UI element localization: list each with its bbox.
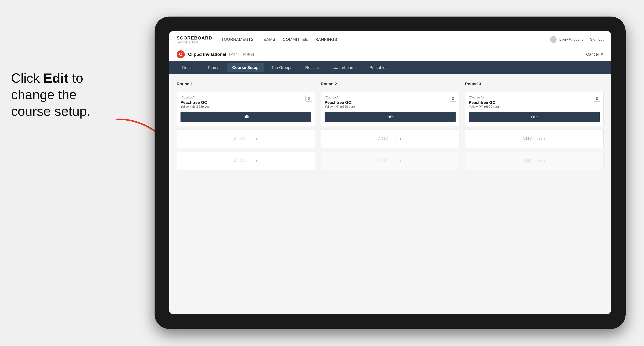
cancel-button[interactable]: Cancel ✕ [586, 52, 604, 57]
round-2-add-course-1-label: Add Course [378, 137, 398, 141]
tournament-header: C Clippd Invitational (Men) Hosting Canc… [169, 48, 611, 61]
tab-leaderboards[interactable]: Leaderboards [326, 63, 362, 72]
sign-in-separator: | [586, 37, 587, 41]
round-1-edit-button[interactable]: Edit [180, 112, 311, 122]
tournament-gender: (Men) [229, 52, 239, 56]
round-2-add-course-1-plus-icon: + [399, 136, 402, 142]
round-2-column: Round 2 🗑 (Course A) Peachtree GC Yellow… [321, 82, 459, 170]
round-1-course-tee: Yellow (M) (6629 yds) [180, 105, 311, 109]
cancel-icon: ✕ [600, 52, 604, 57]
nav-links: TOURNAMENTS TEAMS COMMITTEE RANKINGS [221, 37, 550, 42]
tab-teams[interactable]: Teams [202, 63, 225, 72]
round-3-add-course-2-plus-icon: + [543, 158, 546, 164]
round-1-add-course-1[interactable]: Add Course + [177, 130, 315, 148]
round-1-title: Round 1 [177, 82, 315, 86]
user-avatar [550, 36, 556, 43]
scoreboard-logo: SCOREBOARD Powered by clippd [177, 35, 212, 43]
round-3-edit-button[interactable]: Edit [469, 112, 600, 122]
round-3-course-tee: Yellow (M) (6629 yds) [469, 105, 600, 109]
round-2-course-name: Peachtree GC [324, 100, 456, 105]
tab-tee-groups[interactable]: Tee Groups [266, 63, 298, 72]
round-3-delete-button[interactable]: 🗑 [594, 95, 600, 102]
cancel-label: Cancel [586, 52, 599, 57]
main-content: Round 1 🗑 (Course A) Peachtree GC Yellow… [169, 74, 611, 314]
nav-user: blair@clippd.io | Sign out [550, 36, 604, 43]
instruction-text: Click Edit to change the course setup. [11, 70, 90, 119]
rounds-container: Round 1 🗑 (Course A) Peachtree GC Yellow… [177, 82, 604, 170]
tablet-frame: SCOREBOARD Powered by clippd TOURNAMENTS… [154, 16, 626, 329]
round-2-course-tee: Yellow (M) (6629 yds) [324, 105, 456, 109]
nav-teams[interactable]: TEAMS [261, 37, 275, 42]
round-2-edit-button[interactable]: Edit [324, 112, 456, 122]
round-2-add-course-2-label: Add Course [378, 159, 398, 163]
round-3-course-label: (Course A) [469, 96, 600, 99]
round-1-course-card: 🗑 (Course A) Peachtree GC Yellow (M) (66… [177, 92, 315, 126]
round-1-add-course-2[interactable]: Add Course + [177, 152, 315, 170]
round-1-add-course-2-label: Add Course [234, 159, 254, 163]
round-1-column: Round 1 🗑 (Course A) Peachtree GC Yellow… [177, 82, 315, 170]
round-3-column: Round 3 🗑 (Course A) Peachtree GC Yellow… [465, 82, 604, 170]
tab-details[interactable]: Details [177, 63, 200, 72]
tab-results[interactable]: Results [300, 63, 324, 72]
logo-title: SCOREBOARD [177, 35, 212, 41]
round-2-course-card: 🗑 (Course A) Peachtree GC Yellow (M) (66… [321, 92, 459, 126]
round-3-add-course-1[interactable]: Add Course + [465, 130, 604, 148]
tab-bar: Details Teams Course Setup Tee Groups Re… [169, 61, 611, 74]
round-3-add-course-2: Add Course + [465, 152, 604, 170]
round-2-add-course-2-plus-icon: + [399, 158, 402, 164]
round-3-add-course-1-label: Add Course [522, 137, 542, 141]
round-3-course-name: Peachtree GC [469, 100, 600, 105]
tablet-screen: SCOREBOARD Powered by clippd TOURNAMENTS… [169, 31, 611, 314]
nav-committee[interactable]: COMMITTEE [283, 37, 308, 42]
tournament-name: Clippd Invitational [188, 52, 226, 57]
sign-out-link[interactable]: Sign out [590, 37, 604, 41]
round-3-add-course-2-label: Add Course [522, 159, 542, 163]
tournament-logo: C [177, 50, 185, 58]
round-1-course-label: (Course A) [180, 96, 311, 99]
round-1-course-name: Peachtree GC [180, 100, 311, 105]
round-2-course-label: (Course A) [324, 96, 456, 99]
nav-rankings[interactable]: RANKINGS [315, 37, 337, 42]
round-2-delete-button[interactable]: 🗑 [450, 95, 456, 102]
tab-printables[interactable]: Printables [364, 63, 393, 72]
logo-subtitle: Powered by clippd [177, 41, 212, 43]
round-2-add-course-1[interactable]: Add Course + [321, 130, 459, 148]
round-3-add-course-1-plus-icon: + [543, 136, 546, 142]
round-1-add-course-1-label: Add Course [234, 137, 254, 141]
round-2-title: Round 2 [321, 82, 459, 86]
round-1-add-course-1-plus-icon: + [255, 136, 258, 142]
round-1-add-course-2-plus-icon: + [255, 158, 258, 164]
top-nav: SCOREBOARD Powered by clippd TOURNAMENTS… [169, 31, 611, 48]
round-3-course-card: 🗑 (Course A) Peachtree GC Yellow (M) (66… [465, 92, 604, 126]
nav-tournaments[interactable]: TOURNAMENTS [221, 37, 254, 42]
instruction-bold: Edit [44, 71, 68, 85]
tab-course-setup[interactable]: Course Setup [227, 63, 264, 72]
round-1-delete-button[interactable]: 🗑 [306, 95, 312, 102]
round-2-add-course-2: Add Course + [321, 152, 459, 170]
tournament-status: Hosting [242, 52, 254, 56]
round-3-title: Round 3 [465, 82, 604, 86]
user-email: blair@clippd.io [559, 37, 584, 41]
